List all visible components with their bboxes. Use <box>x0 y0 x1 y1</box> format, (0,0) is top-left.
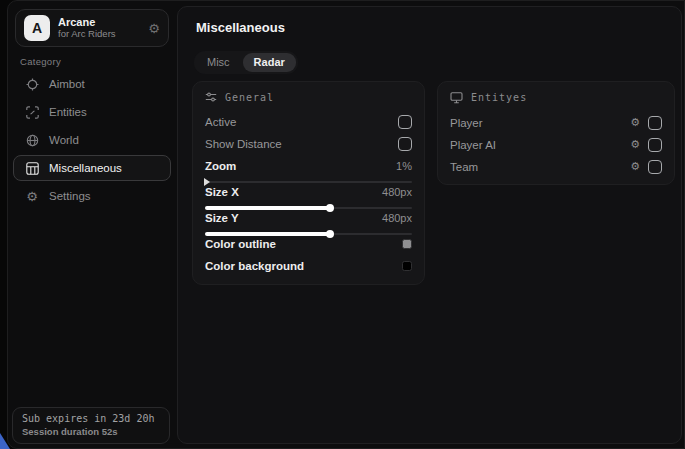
show-distance-checkbox[interactable] <box>398 137 412 151</box>
general-panel: General Active Show Distance Zoom 1% Siz… <box>192 81 425 285</box>
color-background-swatch[interactable] <box>402 261 412 271</box>
sub-expires-text: Sub expires in 23d 20h <box>22 413 160 424</box>
player-controls: ⚙ <box>630 116 662 130</box>
sidebar-nav: Aimbot Entities World <box>13 71 171 209</box>
sidebar-item-label: Settings <box>49 190 91 202</box>
player-ai-controls: ⚙ <box>630 138 662 152</box>
sliders-icon <box>205 91 217 103</box>
main-panel: Miscellaneous Misc Radar General Active … <box>177 6 682 444</box>
zoom-label: Zoom <box>205 160 236 172</box>
scan-icon <box>25 106 39 119</box>
session-duration-text: Session duration 52s <box>22 426 160 437</box>
sidebar-item-aimbot[interactable]: Aimbot <box>13 71 171 97</box>
slider-fill <box>205 232 329 236</box>
slider-track <box>205 181 412 183</box>
subscription-card: Sub expires in 23d 20h Session duration … <box>12 407 170 444</box>
sidebar-item-entities[interactable]: Entities <box>13 99 171 125</box>
general-panel-header: General <box>205 91 412 103</box>
size-y-label: Size Y <box>205 212 239 224</box>
sidebar-item-world[interactable]: World <box>13 127 171 153</box>
entities-panel: Entityes Player ⚙ Player AI ⚙ Team <box>437 81 675 185</box>
team-label: Team <box>450 161 478 173</box>
sidebar: A Arcane for Arc Riders ⚙ Category Aimbo… <box>8 1 176 448</box>
entities-panel-header: Entityes <box>450 91 662 104</box>
app-subtitle: for Arc Riders <box>58 29 140 40</box>
player-label: Player <box>450 117 483 129</box>
app-window: A Arcane for Arc Riders ⚙ Category Aimbo… <box>7 0 685 449</box>
player-ai-row: Player AI ⚙ <box>450 134 662 155</box>
grid-icon <box>25 162 39 175</box>
size-x-row: Size X 480px <box>205 181 412 202</box>
active-label: Active <box>205 116 236 128</box>
size-y-row: Size Y 480px <box>205 207 412 228</box>
size-x-value: 480px <box>382 186 412 198</box>
globe-icon <box>25 134 39 147</box>
entities-panel-title: Entityes <box>471 92 527 103</box>
monitor-icon <box>450 91 463 104</box>
brand-card: A Arcane for Arc Riders ⚙ <box>15 9 169 47</box>
sidebar-item-label: World <box>49 134 79 146</box>
color-background-label: Color background <box>205 260 304 272</box>
tab-radar[interactable]: Radar <box>243 53 296 72</box>
sidebar-item-miscellaneous[interactable]: Miscellaneous <box>13 155 171 181</box>
player-settings-gear-icon[interactable]: ⚙ <box>630 117 640 128</box>
size-x-label: Size X <box>205 186 239 198</box>
category-label: Category <box>20 56 61 67</box>
active-row: Active <box>205 111 412 132</box>
zoom-row: Zoom 1% <box>205 155 412 176</box>
color-outline-swatch[interactable] <box>402 239 412 249</box>
player-checkbox[interactable] <box>648 116 662 130</box>
sidebar-item-label: Aimbot <box>49 78 85 90</box>
gear-icon[interactable]: ⚙ <box>148 22 160 35</box>
active-checkbox[interactable] <box>398 115 412 129</box>
sidebar-item-settings[interactable]: ⚙ Settings <box>13 183 171 209</box>
gear-icon: ⚙ <box>25 190 39 203</box>
team-row: Team ⚙ <box>450 156 662 177</box>
color-outline-row: Color outline <box>205 233 412 254</box>
slider-fill <box>205 206 329 210</box>
page-title: Miscellaneous <box>196 20 285 35</box>
sidebar-item-label: Entities <box>49 106 87 118</box>
player-row: Player ⚙ <box>450 112 662 133</box>
color-outline-label: Color outline <box>205 238 276 250</box>
size-y-value: 480px <box>382 212 412 224</box>
team-checkbox[interactable] <box>648 160 662 174</box>
zoom-value: 1% <box>396 160 412 172</box>
tab-bar: Misc Radar <box>194 51 298 74</box>
app-logo: A <box>24 15 50 41</box>
brand-text: Arcane for Arc Riders <box>58 16 140 40</box>
sidebar-item-label: Miscellaneous <box>49 162 122 174</box>
logo-letter: A <box>32 20 42 36</box>
color-background-row: Color background <box>205 255 412 276</box>
team-controls: ⚙ <box>630 160 662 174</box>
player-ai-label: Player AI <box>450 139 496 151</box>
slider-thumb[interactable] <box>204 178 210 186</box>
show-distance-row: Show Distance <box>205 133 412 154</box>
crosshair-icon <box>25 78 39 91</box>
show-distance-label: Show Distance <box>205 138 282 150</box>
general-panel-title: General <box>225 92 274 103</box>
player-ai-checkbox[interactable] <box>648 138 662 152</box>
app-title: Arcane <box>58 16 140 29</box>
player-ai-settings-gear-icon[interactable]: ⚙ <box>630 139 640 150</box>
tab-misc[interactable]: Misc <box>196 53 241 72</box>
team-settings-gear-icon[interactable]: ⚙ <box>630 161 640 172</box>
